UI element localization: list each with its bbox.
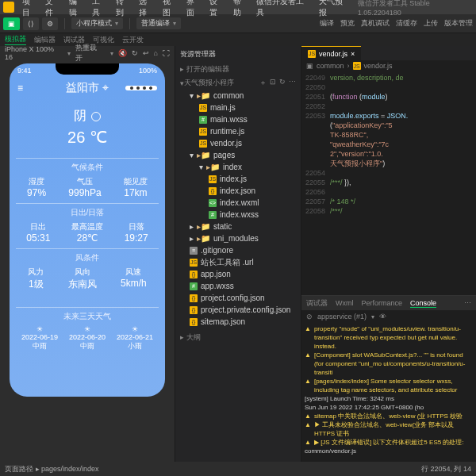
weather-condition: 阴 [74, 108, 86, 125]
new-file-icon[interactable]: ＋ [259, 78, 267, 88]
forecast-title: 未来三天天气 [16, 311, 159, 322]
new-folder-icon[interactable]: ⊡ [270, 78, 276, 88]
outline-header[interactable]: ▸ 大纲 [175, 331, 301, 344]
tree-json[interactable]: {} project.config.json [175, 292, 301, 304]
tab-performance[interactable]: Performance [362, 299, 403, 307]
capsule-button[interactable] [125, 86, 157, 90]
expand-icon[interactable]: ⛶ [163, 49, 170, 57]
tree-js[interactable]: JS vendor.js [175, 137, 301, 149]
clear-console-icon[interactable]: ⊘ [306, 313, 313, 321]
more-icon[interactable]: ⋯ [289, 78, 296, 88]
project-header[interactable]: ▾ 天气预报小程序＋⊡↻⋯ [175, 76, 301, 90]
tree-folder[interactable]: ▾ ▸📁 pages [175, 149, 301, 161]
compile-button[interactable]: 编译 [320, 18, 334, 29]
tree-js[interactable]: JS runtime.js [175, 125, 301, 137]
tree-wxss[interactable]: # app.wxss [175, 280, 301, 292]
console-panel: 调试器 Wxml Performance Console ⋯ ⊘ appserv… [301, 295, 476, 462]
menu-weather[interactable]: 天气预报 [319, 0, 350, 18]
menu-select[interactable]: 选择 [139, 0, 155, 18]
tree-folder[interactable]: ▾ ▸📁 index [175, 161, 301, 173]
phone-frame: 9:41 100% ≡ 益阳市 ⌖ 阴 26 ℃ 气候条件 湿度97%气压999… [0, 60, 175, 462]
context-select[interactable]: appservice (#1) [317, 313, 367, 321]
sun-icon [91, 112, 101, 121]
back-icon[interactable]: ↩ [143, 49, 149, 57]
remote-debug-button[interactable]: 真机调试 [361, 18, 390, 29]
tree-wxml[interactable]: <> index.wxml [175, 197, 301, 209]
menu-view[interactable]: 视图 [163, 0, 178, 18]
clear-cache-button[interactable]: 清缓存 [396, 18, 417, 29]
menu-interface[interactable]: 界面 [186, 0, 202, 18]
tree-json[interactable]: {} app.json [175, 268, 301, 280]
refresh-icon[interactable]: ↻ [279, 78, 286, 88]
device-select[interactable]: iPhone X 100% 16 [5, 45, 63, 61]
simulator-toggle-button[interactable]: ▣ [3, 17, 20, 30]
rotate-icon[interactable]: ↻ [132, 49, 138, 57]
page-path[interactable]: 页面路径 ▸ pages/index/index [5, 464, 99, 474]
editor-toggle-button[interactable]: ⟨⟩ [23, 17, 39, 30]
tree-json[interactable]: {} index.json [175, 185, 301, 197]
tab-debugger2[interactable]: 调试器 [306, 298, 328, 309]
section-title: 气候条件 [16, 162, 159, 173]
console-line: ▲[Component] slot WASubContext.js?... ""… [305, 351, 473, 377]
eye-icon[interactable]: 👁 [379, 313, 386, 321]
tree-json[interactable]: {} sitemap.json [175, 316, 301, 328]
menu-icon[interactable]: ≡ [17, 83, 23, 94]
mode-select[interactable]: 小程序模式▾ [71, 17, 123, 29]
tree-folder[interactable]: ▸ ▸📁 uni_modules [175, 232, 301, 244]
tree-folder[interactable]: ▾ ▸📁 common [175, 90, 301, 102]
metric: 日出05:31 [26, 221, 50, 244]
console-line: ▲[pages/index/index] Some selector selec… [305, 377, 473, 394]
phone-notch [56, 63, 119, 75]
close-icon[interactable]: × [351, 50, 355, 58]
console-line: ▲sitemap 中关联合法域名、web-view (业 HTTPS 校验 [305, 412, 473, 420]
tree-wxss[interactable]: # main.wxss [175, 113, 301, 125]
preview-button[interactable]: 预览 [340, 18, 355, 29]
tree-js[interactable]: JS index.js [175, 173, 301, 185]
tree-js[interactable]: JS 站长工具箱 .url [175, 256, 301, 268]
breadcrumb[interactable]: ▣ common › JS vendor.js [301, 60, 476, 71]
status-time: 9:41 [17, 67, 32, 75]
open-editors-header[interactable]: ▸ 打开的编辑器 [175, 63, 301, 76]
phone-screen[interactable]: 9:41 100% ≡ 益阳市 ⌖ 阴 26 ℃ 气候条件 湿度97%气压999… [10, 63, 165, 397]
metric: 气压999hPa [68, 176, 101, 198]
metric: 湿度97% [27, 176, 46, 198]
metric: 风向东南风 [68, 267, 97, 291]
tree-wxss[interactable]: # index.wxss [175, 209, 301, 221]
compile-select[interactable]: 普通编译▾ [136, 17, 181, 29]
console-more-icon[interactable]: ⋯ [464, 299, 471, 307]
menu-project[interactable]: 项目 [22, 0, 38, 18]
window-title: 微信开发者工具 Stable 1.05.2204180 [358, 0, 473, 17]
debugger-toggle-button[interactable]: ⚙ [42, 17, 58, 30]
home-icon[interactable]: ⌂ [154, 49, 158, 57]
editor-tab-vendor[interactable]: JSvendor.js × [301, 46, 361, 60]
tab-console[interactable]: Console [410, 299, 436, 308]
tree-js[interactable]: JS main.js [175, 102, 301, 113]
menu-settings[interactable]: 设置 [209, 0, 225, 18]
chevron-down-icon: ▾ [115, 20, 118, 27]
menu-tools[interactable]: 工具 [92, 0, 108, 18]
menu-weixin[interactable]: 微信开发者工具 [256, 0, 310, 18]
chevron-down-icon: ▾ [173, 20, 176, 27]
city-name[interactable]: 益阳市 ⌖ [66, 81, 109, 95]
console-tabs: 调试器 Wxml Performance Console ⋯ [301, 296, 476, 310]
menu-file[interactable]: 文件 [45, 0, 61, 18]
tab-editor[interactable]: 编辑器 [34, 35, 56, 45]
menu-edit[interactable]: 编辑 [69, 0, 85, 18]
editor-tabs: JSvendor.js × [301, 46, 476, 60]
code-editor[interactable]: 22049version, description, de2205022051(… [301, 71, 476, 295]
console-output[interactable]: ▲property "mode" of "uni_modules/uview. … [301, 323, 476, 462]
forecast-day: ☀2022-06-20中雨 [69, 325, 106, 351]
cursor-position: 行 22054, 列 14 [421, 464, 471, 474]
menu-goto[interactable]: 转到 [116, 0, 132, 18]
tab-wxml[interactable]: Wxml [336, 299, 354, 307]
menu-help[interactable]: 帮助 [233, 0, 249, 18]
version-button[interactable]: 版本管理 [444, 18, 473, 29]
tree-file[interactable]: ≡ .gitignore [175, 244, 301, 256]
tab-simulator[interactable]: 模拟器 [5, 34, 26, 45]
upload-button[interactable]: 上传 [424, 18, 438, 29]
tab-cloud[interactable]: 云开发 [122, 35, 144, 45]
tree-folder[interactable]: ▸ ▸📁 static [175, 221, 301, 232]
temperature: 26 ℃ [10, 128, 165, 147]
mute-icon[interactable]: 🔇 [118, 49, 127, 57]
tree-json[interactable]: {} project.private.config.json [175, 304, 301, 316]
